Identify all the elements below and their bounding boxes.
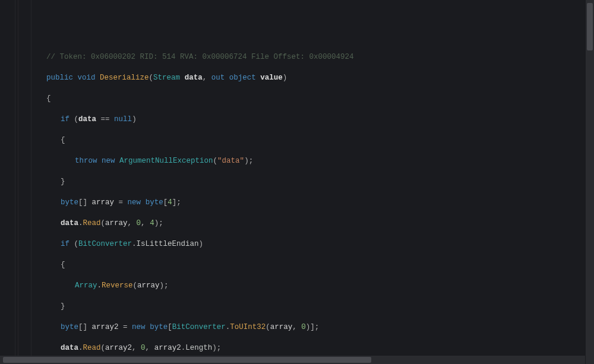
- code-line: data.Read(array2, 0, array2.Length);: [18, 343, 594, 354]
- code-line: if (data == null): [18, 115, 594, 125]
- brace: {: [18, 94, 594, 105]
- code-line: if (BitConverter.IsLittleEndian): [18, 239, 594, 250]
- comment-line: // Token: 0x06000202 RID: 514 RVA: 0x000…: [18, 52, 594, 63]
- scroll-thumb[interactable]: [3, 357, 371, 363]
- code-editor[interactable]: // Token: 0x06000202 RID: 514 RVA: 0x000…: [0, 0, 594, 364]
- code-line: byte[] array2 = new byte[BitConverter.To…: [18, 322, 594, 333]
- brace: }: [18, 177, 594, 188]
- scroll-thumb[interactable]: [587, 3, 593, 50]
- brace: }: [18, 302, 594, 312]
- code-line: throw new ArgumentNullException("data");: [18, 156, 594, 167]
- vertical-scrollbar[interactable]: [586, 0, 594, 364]
- brace: {: [18, 260, 594, 271]
- code-line: Array.Reverse(array);: [18, 281, 594, 292]
- method-signature: public void Deserialize(Stream data, out…: [18, 73, 594, 84]
- code-line: data.Read(array, 0, 4);: [18, 219, 594, 229]
- brace: {: [18, 135, 594, 146]
- code-line: byte[] array = new byte[4];: [18, 198, 594, 208]
- horizontal-scrollbar[interactable]: [0, 356, 585, 364]
